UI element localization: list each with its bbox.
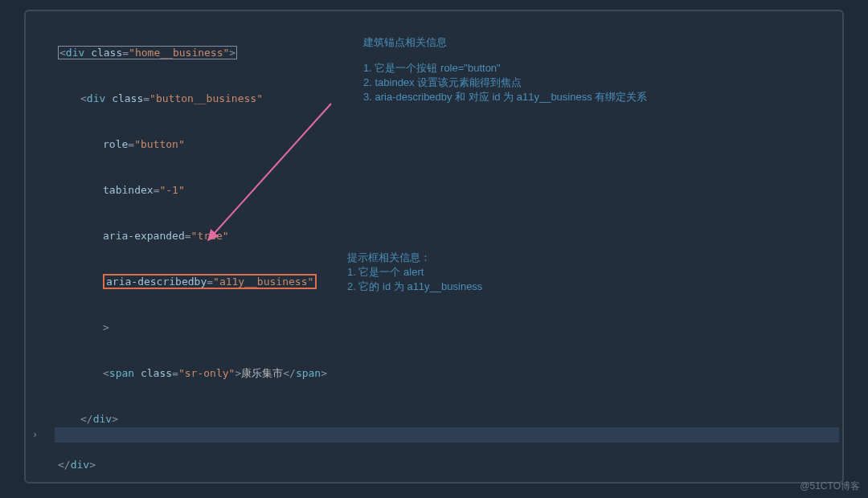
watermark: @51CTO博客 [800, 480, 860, 493]
annotation-tooltip: 提示框相关信息： 1. 它是一个 alert 2. 它的 id 为 a11y__… [347, 251, 588, 294]
annotation-anchor: 建筑锚点相关信息 1. 它是一个按钮 role="button" 2. tabi… [363, 35, 709, 104]
fold-caret-icon[interactable]: › [32, 429, 38, 440]
gutter: › [26, 11, 55, 482]
highlight-box-aria-describedby: aria-describedby="a11y__business" [103, 274, 317, 289]
code-token: < [59, 47, 66, 59]
code-editor-frame: › <div class="home__business"> <div clas… [24, 10, 844, 484]
